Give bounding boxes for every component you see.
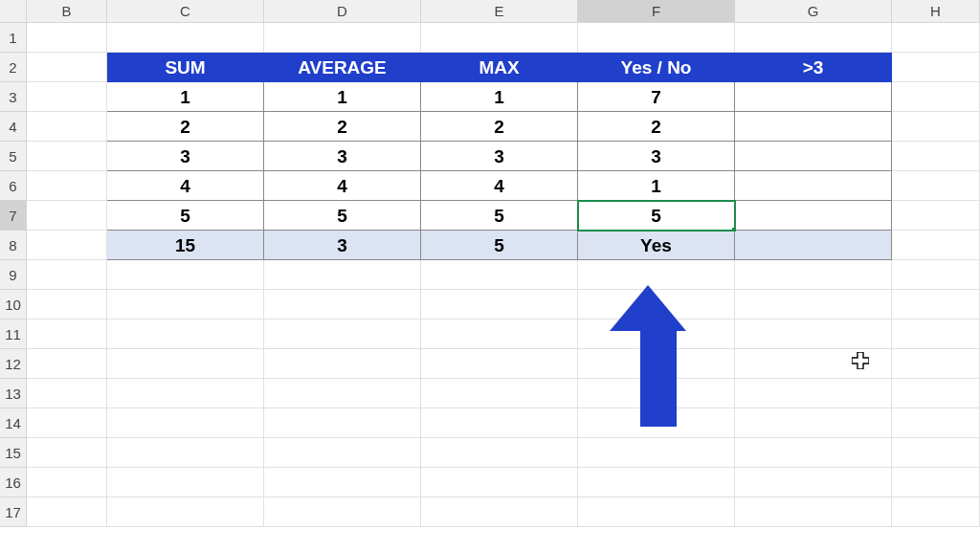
cell-H8[interactable] [892,231,980,260]
cell-G14[interactable] [735,408,892,438]
cell-D3[interactable]: 1 [264,82,421,112]
cell-F16[interactable] [578,468,735,497]
cell-D10[interactable] [264,290,421,320]
row-header-10[interactable]: 10 [0,290,27,320]
cell-B6[interactable] [27,171,107,201]
cell-D11[interactable] [264,320,421,349]
cell-D9[interactable] [264,260,421,290]
cell-D12[interactable] [264,349,421,379]
cell-D14[interactable] [264,408,421,438]
row-header-2[interactable]: 2 [0,53,27,82]
cell-G17[interactable] [735,497,892,527]
cell-F17[interactable] [578,497,735,527]
cell-C7[interactable]: 5 [107,201,264,231]
cell-E17[interactable] [421,497,578,527]
cell-B12[interactable] [27,349,107,379]
cell-D16[interactable] [264,468,421,497]
row-header-13[interactable]: 13 [0,379,27,408]
cell-D17[interactable] [264,497,421,527]
cell-C2[interactable]: SUM [107,53,264,82]
row-header-11[interactable]: 11 [0,320,27,349]
cell-F3[interactable]: 7 [578,82,735,112]
cell-F8[interactable]: Yes [578,231,735,260]
cell-B1[interactable] [27,23,107,53]
cell-F2[interactable]: Yes / No [578,53,735,82]
cell-C4[interactable]: 2 [107,112,264,142]
cell-B2[interactable] [27,53,107,82]
row-header-17[interactable]: 17 [0,497,27,527]
cell-E2[interactable]: MAX [421,53,578,82]
cell-H17[interactable] [892,497,980,527]
cell-H5[interactable] [892,142,980,171]
row-header-16[interactable]: 16 [0,468,27,497]
cell-H12[interactable] [892,349,980,379]
cell-D13[interactable] [264,379,421,408]
row-header-6[interactable]: 6 [0,171,27,201]
cell-E3[interactable]: 1 [421,82,578,112]
row-header-15[interactable]: 15 [0,438,27,468]
cell-B11[interactable] [27,320,107,349]
row-header-7[interactable]: 7 [0,201,27,231]
cell-C13[interactable] [107,379,264,408]
cell-H10[interactable] [892,290,980,320]
cell-G2[interactable]: >3 [735,53,892,82]
cell-C15[interactable] [107,438,264,468]
cell-C5[interactable]: 3 [107,142,264,171]
cell-E5[interactable]: 3 [421,142,578,171]
row-header-14[interactable]: 14 [0,408,27,438]
cell-C6[interactable]: 4 [107,171,264,201]
cell-D8[interactable]: 3 [264,231,421,260]
cell-C12[interactable] [107,349,264,379]
cell-F4[interactable]: 2 [578,112,735,142]
cell-H15[interactable] [892,438,980,468]
cell-C1[interactable] [107,23,264,53]
spreadsheet-grid[interactable]: B C D E F G H 1 2 SUM AVERAGE MAX Yes / … [0,0,980,551]
cell-D15[interactable] [264,438,421,468]
cell-H14[interactable] [892,408,980,438]
cell-E12[interactable] [421,349,578,379]
cell-G7[interactable] [735,201,892,231]
cell-E6[interactable]: 4 [421,171,578,201]
cell-H11[interactable] [892,320,980,349]
cell-B3[interactable] [27,82,107,112]
cell-G1[interactable] [735,23,892,53]
cell-E13[interactable] [421,379,578,408]
cell-H16[interactable] [892,468,980,497]
cell-D7[interactable]: 5 [264,201,421,231]
row-header-5[interactable]: 5 [0,142,27,171]
cell-D6[interactable]: 4 [264,171,421,201]
cell-H9[interactable] [892,260,980,290]
cell-G8[interactable] [735,231,892,260]
cell-C9[interactable] [107,260,264,290]
cell-B10[interactable] [27,290,107,320]
row-header-4[interactable]: 4 [0,112,27,142]
cell-E11[interactable] [421,320,578,349]
cell-E16[interactable] [421,468,578,497]
cell-C10[interactable] [107,290,264,320]
cell-E14[interactable] [421,408,578,438]
cell-B16[interactable] [27,468,107,497]
cell-B5[interactable] [27,142,107,171]
cell-H7[interactable] [892,201,980,231]
cell-C16[interactable] [107,468,264,497]
cell-C17[interactable] [107,497,264,527]
cell-F6[interactable]: 1 [578,171,735,201]
cell-G9[interactable] [735,260,892,290]
cell-B15[interactable] [27,438,107,468]
row-header-12[interactable]: 12 [0,349,27,379]
row-header-8[interactable]: 8 [0,231,27,260]
cell-B4[interactable] [27,112,107,142]
cell-F5[interactable]: 3 [578,142,735,171]
cell-C11[interactable] [107,320,264,349]
row-header-9[interactable]: 9 [0,260,27,290]
cell-B8[interactable] [27,231,107,260]
cell-G5[interactable] [735,142,892,171]
cell-B9[interactable] [27,260,107,290]
col-header-H[interactable]: H [892,0,980,23]
select-all-corner[interactable] [0,0,27,23]
col-header-G[interactable]: G [735,0,892,23]
cell-B13[interactable] [27,379,107,408]
cell-B14[interactable] [27,408,107,438]
cell-E10[interactable] [421,290,578,320]
cell-C8[interactable]: 15 [107,231,264,260]
